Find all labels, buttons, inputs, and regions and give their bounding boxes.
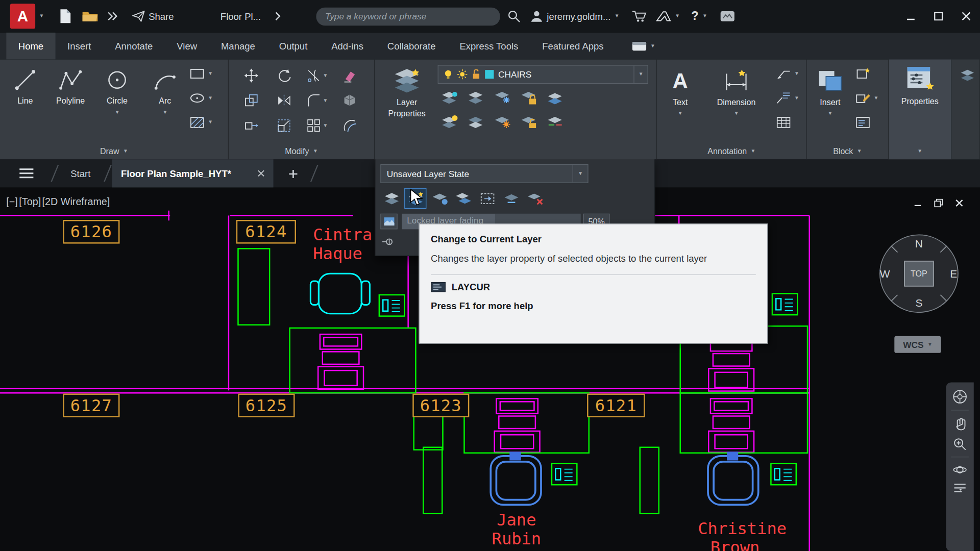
store-cart-icon[interactable] bbox=[632, 10, 647, 22]
tab-manage[interactable]: Manage bbox=[209, 33, 267, 60]
share-button[interactable]: Share bbox=[132, 11, 174, 22]
viewcube-east[interactable]: E bbox=[950, 268, 957, 280]
block-panel-label[interactable]: Block▼ bbox=[807, 143, 888, 159]
fillet-tool[interactable]: ▼ bbox=[301, 88, 333, 113]
tab-featured-apps[interactable]: Featured Apps bbox=[530, 33, 616, 60]
tab-output[interactable]: Output bbox=[267, 33, 319, 60]
layer-merge-tool[interactable] bbox=[380, 188, 402, 209]
rectangle-tool[interactable]: ▼ bbox=[189, 63, 213, 85]
zoom-icon[interactable] bbox=[952, 437, 968, 452]
trim-tool[interactable]: ▼ bbox=[301, 63, 333, 88]
arc-tool[interactable]: Arc ▼ bbox=[143, 62, 186, 140]
block-attributes-tool[interactable] bbox=[855, 112, 879, 133]
orbit-icon[interactable] bbox=[952, 462, 968, 477]
layer-state-tool[interactable] bbox=[544, 112, 566, 132]
search-input[interactable] bbox=[316, 7, 500, 26]
viewport-view[interactable]: [Top] bbox=[19, 196, 41, 207]
viewport-minimize[interactable]: [−] bbox=[6, 196, 18, 207]
viewcube-top-face[interactable]: TOP bbox=[911, 270, 927, 279]
navigation-wheel-icon[interactable] bbox=[952, 389, 968, 405]
tab-annotate[interactable]: Annotate bbox=[103, 33, 165, 60]
layer-off-tool[interactable] bbox=[438, 88, 460, 108]
tab-home[interactable]: Home bbox=[6, 33, 55, 60]
new-file-icon[interactable] bbox=[59, 9, 72, 23]
explode-tool[interactable] bbox=[333, 88, 366, 113]
edit-block-tool[interactable]: ▼ bbox=[855, 87, 879, 109]
layer-state-dropdown[interactable]: Unsaved Layer State ▼ bbox=[380, 164, 588, 183]
tab-addins[interactable]: Add-ins bbox=[320, 33, 376, 60]
room-tag[interactable]: 6124 bbox=[236, 220, 296, 244]
layer-unisolate-tool[interactable] bbox=[464, 112, 486, 132]
freeze-in-viewport-tool[interactable] bbox=[500, 188, 522, 209]
tab-start[interactable]: Start bbox=[60, 159, 101, 187]
insert-block-tool[interactable]: Insert ▼ bbox=[810, 62, 851, 140]
open-folder-icon[interactable] bbox=[82, 10, 98, 22]
isolate-to-viewport-tool[interactable] bbox=[476, 188, 498, 209]
offset-tool[interactable] bbox=[333, 113, 366, 138]
viewport-visual-style[interactable]: [2D Wireframe] bbox=[42, 196, 110, 207]
navbar-menu-icon[interactable] bbox=[953, 482, 967, 493]
tab-insert[interactable]: Insert bbox=[56, 33, 103, 60]
line-tool[interactable]: Line bbox=[4, 62, 46, 140]
help-menu[interactable]: ? ▼ bbox=[691, 9, 707, 23]
room-tag[interactable]: 6127 bbox=[63, 393, 119, 417]
layer-walk-tool[interactable] bbox=[452, 188, 474, 209]
rotate-tool[interactable] bbox=[267, 63, 300, 88]
layer-thaw-tool[interactable] bbox=[491, 112, 513, 132]
ellipse-tool[interactable]: ▼ bbox=[189, 87, 213, 109]
pan-hand-icon[interactable] bbox=[952, 415, 968, 432]
panel-pin-icon[interactable] bbox=[382, 237, 395, 247]
health-report-icon[interactable] bbox=[720, 11, 735, 22]
search-icon[interactable] bbox=[508, 10, 521, 22]
viewcube[interactable]: N W E S TOP bbox=[874, 229, 964, 317]
chevron-down-icon[interactable]: ▼ bbox=[573, 165, 588, 182]
locked-layer-fading-icon[interactable] bbox=[380, 214, 397, 230]
ribbon-display-toggle[interactable]: ▼ bbox=[632, 33, 655, 60]
dimension-tool[interactable]: Dimension ▼ bbox=[703, 62, 769, 140]
tab-floor-plan[interactable]: Floor Plan Sample_HYT* bbox=[112, 159, 274, 187]
occupant-name[interactable]: Cintra Haque bbox=[313, 226, 372, 263]
layer-unlock-tool[interactable] bbox=[517, 112, 540, 132]
leader-tool[interactable]: ▼ bbox=[775, 63, 799, 85]
tab-view[interactable]: View bbox=[165, 33, 209, 60]
modify-panel-label[interactable]: Modify▼ bbox=[229, 143, 374, 159]
chevron-down-icon[interactable]: ▼ bbox=[633, 66, 647, 83]
autocad-logo[interactable]: A bbox=[10, 4, 35, 29]
menu-hamburger-icon[interactable] bbox=[19, 168, 34, 179]
erase-tool[interactable] bbox=[333, 63, 366, 88]
array-tool[interactable]: ▼ bbox=[301, 113, 333, 138]
layer-delete-tool[interactable] bbox=[524, 188, 546, 209]
drawing-close-icon[interactable] bbox=[953, 197, 965, 209]
window-minimize-icon[interactable] bbox=[897, 0, 924, 33]
wcs-button[interactable]: WCS▼ bbox=[894, 336, 941, 353]
copy-to-layer-tool[interactable] bbox=[428, 188, 450, 209]
create-block-tool[interactable] bbox=[855, 63, 879, 85]
viewcube-north[interactable]: N bbox=[915, 238, 923, 249]
layer-lock-tool[interactable] bbox=[517, 88, 540, 108]
hatch-tool[interactable]: ▼ bbox=[189, 112, 213, 133]
text-tool[interactable]: A Text ▼ bbox=[660, 62, 700, 140]
window-close-icon[interactable] bbox=[952, 0, 980, 33]
account-menu[interactable]: jeremy.goldm... ▼ bbox=[530, 10, 619, 22]
viewcube-west[interactable]: W bbox=[880, 268, 890, 280]
viewcube-south[interactable]: S bbox=[915, 297, 922, 309]
chevron-down-icon[interactable]: ▼ bbox=[39, 14, 44, 19]
autodesk-app-menu[interactable]: ▼ bbox=[656, 11, 680, 22]
stretch-tool[interactable] bbox=[235, 113, 267, 138]
layer-match-tool[interactable] bbox=[544, 88, 566, 108]
room-tag[interactable]: 6126 bbox=[63, 220, 119, 244]
room-tag[interactable]: 6125 bbox=[238, 393, 295, 417]
draw-panel-label[interactable]: Draw▼ bbox=[0, 143, 228, 159]
move-tool[interactable] bbox=[235, 63, 267, 88]
circle-tool[interactable]: Circle ▼ bbox=[96, 62, 139, 140]
layer-on-tool[interactable] bbox=[438, 112, 460, 132]
occupant-name[interactable]: Christine Brown bbox=[698, 520, 772, 551]
tab-express-tools[interactable]: Express Tools bbox=[448, 33, 530, 60]
tab-close-icon[interactable] bbox=[258, 170, 265, 177]
layer-freeze-tool[interactable] bbox=[491, 88, 513, 108]
copy-tool[interactable] bbox=[235, 88, 267, 113]
more-commands-icon[interactable] bbox=[107, 12, 118, 20]
layer-dropdown[interactable]: CHAIRS ▼ bbox=[438, 65, 648, 84]
occupant-name[interactable]: Jane Rubin bbox=[485, 511, 548, 548]
drawing-minimize-icon[interactable] bbox=[912, 197, 923, 209]
